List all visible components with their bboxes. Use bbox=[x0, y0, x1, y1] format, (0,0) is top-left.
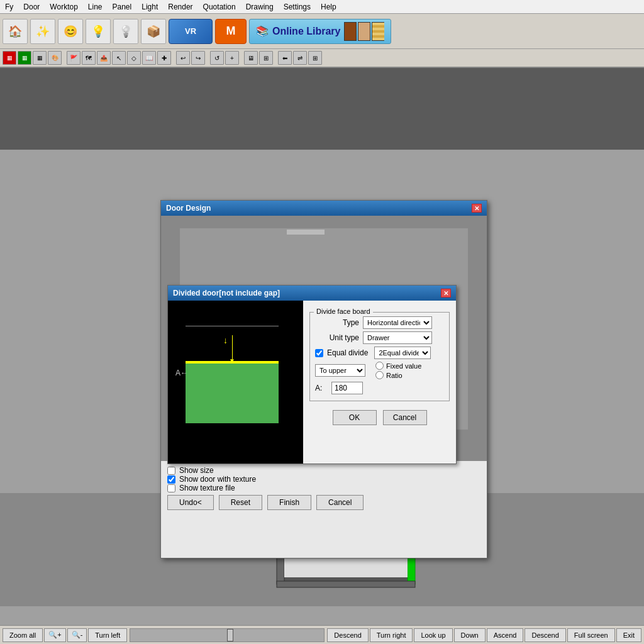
ratio-radio-row: Ratio bbox=[375, 371, 421, 379]
tb2-move[interactable]: ✚ bbox=[157, 51, 171, 65]
fixed-value-radio[interactable] bbox=[375, 362, 384, 370]
tb2-screen1[interactable]: 🖥 bbox=[244, 51, 258, 65]
menu-quotation[interactable]: Quotation bbox=[198, 1, 241, 13]
tb2-arrows-back[interactable]: ⬅ bbox=[278, 51, 292, 65]
tb2-export2[interactable]: ⊞ bbox=[308, 51, 322, 65]
fixed-value-radio-row: Fixed value bbox=[375, 362, 421, 370]
menu-worktop[interactable]: Worktop bbox=[45, 1, 82, 13]
menu-door[interactable]: Door bbox=[18, 1, 45, 13]
zoom-in-button[interactable]: 🔍+ bbox=[44, 628, 65, 642]
online-library-label: Online Library bbox=[272, 26, 340, 37]
divided-door-dialog: Divided door[not include gap] ✕ ↓ ▼ bbox=[167, 285, 457, 464]
tb2-flag[interactable]: 🚩 bbox=[67, 51, 80, 65]
divided-door-buttons: OK Cancel bbox=[309, 410, 450, 425]
tb2-map[interactable]: 🗺 bbox=[82, 51, 96, 65]
zoom-out-button[interactable]: 🔍- bbox=[67, 628, 87, 642]
tb2-plus[interactable]: + bbox=[225, 51, 239, 65]
tb2-cursor[interactable]: ↖ bbox=[112, 51, 126, 65]
ascend-button[interactable]: Ascend bbox=[487, 628, 524, 642]
toolbar-icon-bulb-on[interactable]: 💡 bbox=[86, 19, 111, 44]
down-button[interactable]: Down bbox=[454, 628, 486, 642]
equal-divide-select[interactable]: 2Equal divide bbox=[374, 347, 431, 359]
a-label: A: bbox=[315, 384, 328, 392]
a-value-input[interactable] bbox=[331, 382, 363, 394]
group-box-legend: Divide face board bbox=[314, 308, 373, 315]
fullscreen-button[interactable]: Full screen bbox=[567, 628, 615, 642]
toolbar1: 🏠 ✨ 😊 💡 💡 📦 VR M 📚 Online Library bbox=[0, 14, 644, 49]
descend2-button[interactable]: Descend bbox=[525, 628, 565, 642]
type-select[interactable]: Horizontal direction bbox=[363, 316, 432, 329]
value-type-radio-group: Fixed value Ratio bbox=[375, 362, 421, 379]
exit-button[interactable]: Exit bbox=[616, 628, 641, 642]
tb2-book[interactable]: 📖 bbox=[142, 51, 156, 65]
fixed-value-label: Fixed value bbox=[386, 362, 421, 370]
toolbar-icon-star[interactable]: ✨ bbox=[30, 19, 55, 44]
show-door-texture-row: Show door with texture bbox=[167, 475, 480, 484]
toolbar-icon-box[interactable]: 📦 bbox=[141, 19, 166, 44]
canvas-area: Door Design ✕ Show size bbox=[0, 68, 644, 625]
tb2-redo[interactable]: ↪ bbox=[191, 51, 205, 65]
menu-help[interactable]: Help bbox=[316, 1, 341, 13]
tb2-refresh[interactable]: ↺ bbox=[210, 51, 224, 65]
online-library-button[interactable]: 📚 Online Library bbox=[249, 19, 391, 44]
tb2-grid3[interactable]: ▦ bbox=[33, 51, 47, 65]
toolbar-icon-house[interactable]: 🏠 bbox=[3, 19, 28, 44]
menu-drawing[interactable]: Drawing bbox=[241, 1, 279, 13]
menu-fy[interactable]: Fy bbox=[0, 1, 18, 13]
ratio-radio[interactable] bbox=[375, 371, 384, 379]
equal-divide-row: Equal divide 2Equal divide bbox=[315, 347, 444, 359]
unit-type-label: Unit type bbox=[315, 333, 359, 342]
turn-right-button[interactable]: Turn right bbox=[370, 628, 413, 642]
tb2-multicolor[interactable]: 🎨 bbox=[48, 51, 62, 65]
door-top-border bbox=[186, 326, 279, 326]
show-door-texture-checkbox[interactable] bbox=[167, 475, 175, 484]
descend-button[interactable]: Descend bbox=[327, 628, 368, 642]
a-value-row: A: bbox=[315, 382, 444, 394]
book-icon: 📚 bbox=[256, 25, 269, 37]
inner-cancel-button[interactable]: Cancel bbox=[383, 410, 427, 425]
position-select[interactable]: To upper bbox=[315, 364, 365, 377]
unit-type-select[interactable]: Drawer bbox=[363, 331, 432, 344]
undo-button[interactable]: Undo< bbox=[167, 495, 214, 510]
type-row: Type Horizontal direction bbox=[315, 316, 444, 329]
door-canvas-drawing: ↓ ▼ A← bbox=[168, 301, 303, 464]
dim-line-v bbox=[232, 335, 233, 359]
menu-panel[interactable]: Panel bbox=[108, 1, 137, 13]
menu-settings[interactable]: Settings bbox=[279, 1, 316, 13]
right-control-panel: Divide face board Type Horizontal direct… bbox=[303, 301, 456, 464]
toolbar-icon-bulb-off[interactable]: 💡 bbox=[113, 19, 138, 44]
tb2-grid2[interactable]: ▦ bbox=[18, 51, 31, 65]
menu-line[interactable]: Line bbox=[83, 1, 108, 13]
statusbar: Zoom all 🔍+ 🔍- Turn left Descend Turn ri… bbox=[0, 625, 644, 644]
tb2-undo[interactable]: ↩ bbox=[176, 51, 190, 65]
slider-container bbox=[130, 628, 325, 642]
reset-button[interactable]: Reset bbox=[219, 495, 262, 510]
toolbar-icon-face[interactable]: 😊 bbox=[58, 19, 83, 44]
menu-render[interactable]: Render bbox=[163, 1, 197, 13]
tb2-diamond[interactable]: ◇ bbox=[127, 51, 141, 65]
divided-door-titlebar: Divided door[not include gap] ✕ bbox=[168, 286, 456, 301]
ratio-label: Ratio bbox=[386, 372, 402, 379]
green-door-panel bbox=[186, 364, 279, 423]
toolbar2: ▦ ▦ ▦ 🎨 🚩 🗺 📤 ↖ ◇ 📖 ✚ ↩ ↪ ↺ + 🖥 ⊞ ⬅ ⇌ ⊞ bbox=[0, 49, 644, 68]
menu-light[interactable]: Light bbox=[136, 1, 163, 13]
slider-thumb[interactable] bbox=[227, 629, 233, 641]
tb2-export1[interactable]: 📤 bbox=[97, 51, 111, 65]
door-design-close-button[interactable]: ✕ bbox=[472, 204, 482, 213]
finish-button[interactable]: Finish bbox=[267, 495, 311, 510]
tb2-arrows-mid[interactable]: ⇌ bbox=[293, 51, 307, 65]
show-texture-file-checkbox[interactable] bbox=[167, 484, 175, 492]
tb2-grid1[interactable]: ▦ bbox=[3, 51, 16, 65]
zoom-all-button[interactable]: Zoom all bbox=[3, 628, 43, 642]
ok-button[interactable]: OK bbox=[333, 410, 377, 425]
equal-divide-checkbox[interactable] bbox=[315, 349, 323, 357]
texture-samples bbox=[344, 22, 384, 41]
show-size-checkbox[interactable] bbox=[167, 467, 175, 475]
cancel-button[interactable]: Cancel bbox=[316, 495, 364, 510]
toolbar-icon-m[interactable]: M bbox=[215, 19, 247, 44]
divided-door-close-button[interactable]: ✕ bbox=[441, 289, 451, 297]
look-up-button[interactable]: Look up bbox=[414, 628, 452, 642]
tb2-screen2[interactable]: ⊞ bbox=[259, 51, 273, 65]
toolbar-icon-vr[interactable]: VR bbox=[169, 19, 213, 44]
turn-left-button[interactable]: Turn left bbox=[88, 628, 127, 642]
